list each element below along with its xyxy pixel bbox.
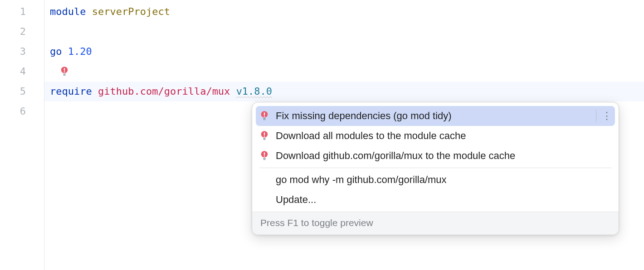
more-icon[interactable]: ⋮ — [597, 110, 610, 122]
code-line[interactable]: require github.com/gorilla/mux v1.8.0 — [44, 82, 644, 101]
module-name: serverProject — [92, 6, 170, 17]
svg-point-7 — [264, 116, 265, 117]
keyword-go: go — [50, 46, 62, 57]
svg-rect-3 — [63, 74, 66, 75]
svg-point-2 — [64, 71, 65, 72]
bulb-icon — [259, 130, 270, 141]
intention-item-update[interactable]: Update... — [256, 190, 615, 210]
code-line[interactable] — [50, 62, 644, 82]
intention-label: go mod why -m github.com/gorilla/mux — [276, 174, 610, 186]
divider — [259, 168, 611, 168]
intention-label: Download all modules to the module cache — [276, 130, 610, 142]
go-version: 1.20 — [68, 46, 92, 57]
bulb-icon — [259, 150, 270, 161]
require-package: github.com/gorilla/mux — [98, 86, 230, 97]
svg-rect-18 — [263, 158, 266, 159]
svg-rect-1 — [64, 68, 65, 71]
popup-footer: Press F1 to toggle preview — [252, 212, 619, 235]
intention-label: Update... — [276, 194, 610, 206]
intention-list: Fix missing dependencies (go mod tidy) ⋮… — [252, 102, 619, 212]
intention-item-go-mod-why[interactable]: go mod why -m github.com/gorilla/mux — [256, 170, 615, 190]
intention-label: Download github.com/gorilla/mux to the m… — [276, 150, 610, 162]
code-line[interactable]: go 1.20 — [50, 42, 644, 62]
code-line[interactable]: module serverProject — [50, 2, 644, 22]
line-number: 1 — [0, 2, 26, 22]
svg-rect-9 — [263, 119, 266, 120]
svg-point-12 — [264, 135, 265, 137]
code-line[interactable] — [50, 22, 644, 42]
svg-rect-11 — [264, 132, 265, 135]
require-version: v1.8.0 — [236, 86, 272, 97]
intention-item-download-all[interactable]: Download all modules to the module cache — [256, 126, 615, 146]
svg-rect-14 — [263, 139, 266, 140]
keyword-require: require — [50, 86, 92, 97]
svg-rect-8 — [263, 118, 266, 119]
line-number: 2 — [0, 22, 26, 42]
svg-rect-19 — [263, 159, 266, 160]
intention-item-fix-missing-deps[interactable]: Fix missing dependencies (go mod tidy) ⋮ — [256, 106, 615, 126]
svg-rect-16 — [264, 152, 265, 155]
intention-label: Fix missing dependencies (go mod tidy) — [276, 110, 591, 122]
intention-item-download-pkg[interactable]: Download github.com/gorilla/mux to the m… — [256, 146, 615, 166]
line-gutter: 1 2 3 4 5 6 — [0, 0, 44, 270]
footer-hint: Press F1 to toggle preview — [260, 217, 373, 228]
keyword-module: module — [50, 6, 86, 17]
intention-bulb-icon[interactable] — [59, 66, 70, 77]
svg-point-17 — [264, 155, 265, 157]
line-number: 6 — [0, 101, 26, 121]
bulb-icon — [259, 111, 270, 121]
svg-rect-4 — [63, 75, 66, 76]
line-number: 3 — [0, 42, 26, 62]
svg-rect-13 — [263, 138, 266, 139]
svg-rect-6 — [264, 112, 265, 115]
intention-popup: Fix missing dependencies (go mod tidy) ⋮… — [252, 102, 619, 235]
line-number: 4 — [0, 62, 26, 82]
line-number: 5 — [0, 82, 26, 101]
